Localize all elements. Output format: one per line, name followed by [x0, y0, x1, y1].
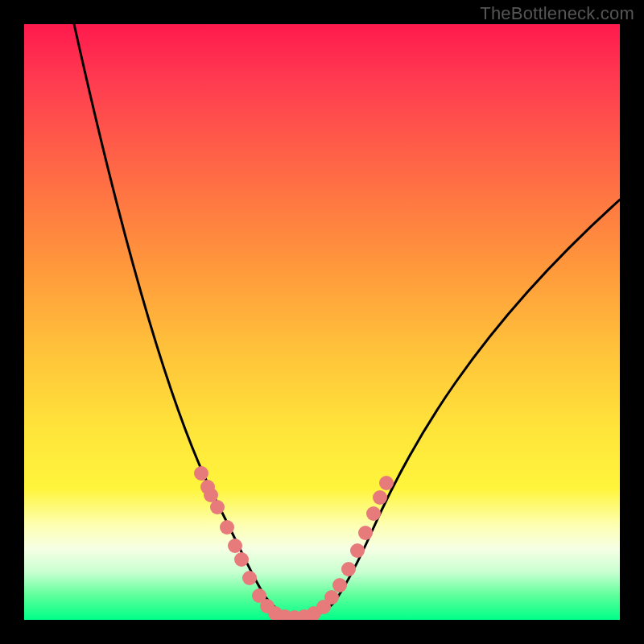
data-point [194, 466, 208, 481]
data-point [242, 571, 257, 585]
watermark-text: TheBottleneck.com [480, 3, 634, 24]
data-point [228, 539, 242, 553]
data-point [366, 506, 381, 521]
data-point [234, 552, 249, 567]
data-point [373, 490, 387, 505]
data-point [210, 500, 225, 514]
data-point [379, 476, 394, 490]
chart-frame: TheBottleneck.com [0, 0, 644, 644]
data-point [332, 578, 347, 592]
data-point [324, 590, 339, 605]
data-point [350, 543, 365, 558]
chart-svg [24, 24, 620, 620]
data-point [341, 562, 356, 576]
data-point [220, 520, 234, 535]
data-point [358, 526, 373, 540]
plot-area [24, 24, 620, 620]
marker-group [194, 466, 394, 620]
bottleneck-curve [74, 24, 620, 617]
